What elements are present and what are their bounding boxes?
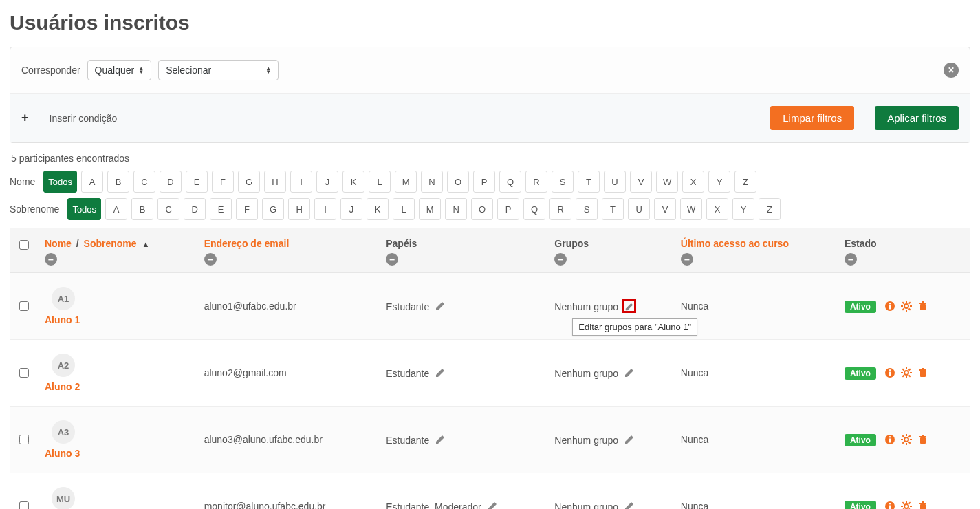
- alpha-chip-all[interactable]: Todos: [67, 198, 101, 220]
- alpha-chip-letter[interactable]: W: [680, 198, 702, 220]
- alpha-chip-letter[interactable]: R: [549, 198, 571, 220]
- alpha-chip-letter[interactable]: N: [445, 198, 467, 220]
- alpha-chip-letter[interactable]: P: [497, 198, 519, 220]
- row-checkbox[interactable]: [19, 368, 29, 378]
- alpha-chip-letter[interactable]: U: [604, 171, 626, 193]
- info-icon[interactable]: [884, 501, 895, 509]
- alpha-chip-letter[interactable]: G: [262, 198, 284, 220]
- alpha-chip-letter[interactable]: K: [367, 198, 389, 220]
- user-name-link[interactable]: Aluno 1: [45, 314, 190, 325]
- trash-icon[interactable]: [917, 301, 928, 312]
- alpha-chip-letter[interactable]: O: [471, 198, 493, 220]
- alpha-chip-letter[interactable]: X: [706, 198, 728, 220]
- clear-filters-button[interactable]: Limpar filtros: [770, 106, 854, 130]
- info-icon[interactable]: [884, 301, 895, 312]
- alpha-chip-all[interactable]: Todos: [43, 171, 77, 193]
- alpha-chip-letter[interactable]: F: [236, 198, 258, 220]
- pencil-icon[interactable]: [624, 501, 635, 510]
- pencil-icon[interactable]: [624, 301, 635, 312]
- alpha-chip-letter[interactable]: T: [602, 198, 624, 220]
- alpha-chip-letter[interactable]: B: [131, 198, 153, 220]
- trash-icon[interactable]: [917, 434, 928, 445]
- alpha-chip-letter[interactable]: Y: [708, 171, 730, 193]
- row-checkbox[interactable]: [19, 435, 29, 444]
- alpha-chip-letter[interactable]: U: [628, 198, 650, 220]
- alpha-chip-letter[interactable]: B: [107, 171, 129, 193]
- apply-filters-button[interactable]: Aplicar filtros: [875, 106, 959, 130]
- pencil-icon[interactable]: [487, 501, 498, 510]
- info-icon[interactable]: [884, 434, 895, 445]
- alpha-chip-letter[interactable]: A: [81, 171, 103, 193]
- user-name-link[interactable]: Aluno 3: [45, 448, 190, 459]
- alpha-chip-letter[interactable]: P: [473, 171, 495, 193]
- gear-icon[interactable]: [901, 367, 912, 378]
- remove-filter-icon[interactable]: [944, 63, 959, 78]
- gear-icon[interactable]: [901, 301, 912, 312]
- alpha-chip-letter[interactable]: D: [184, 198, 206, 220]
- row-checkbox[interactable]: [19, 301, 29, 311]
- alpha-chip-letter[interactable]: C: [133, 171, 155, 193]
- alpha-chip-letter[interactable]: G: [238, 171, 260, 193]
- alpha-chip-letter[interactable]: A: [105, 198, 127, 220]
- collapse-col-icon[interactable]: [845, 253, 857, 266]
- trash-icon[interactable]: [917, 367, 928, 378]
- alpha-chip-letter[interactable]: J: [340, 198, 362, 220]
- sort-surname-link[interactable]: Sobrenome: [84, 238, 137, 249]
- alpha-chip-letter[interactable]: Z: [759, 198, 781, 220]
- alpha-chip-letter[interactable]: Q: [499, 171, 521, 193]
- insert-condition-label[interactable]: Inserir condição: [50, 113, 118, 124]
- plus-icon[interactable]: +: [21, 111, 29, 125]
- alpha-chip-letter[interactable]: W: [656, 171, 678, 193]
- pencil-icon[interactable]: [435, 367, 446, 378]
- alpha-chip-letter[interactable]: I: [314, 198, 336, 220]
- alpha-chip-letter[interactable]: N: [421, 171, 443, 193]
- alpha-chip-letter[interactable]: V: [654, 198, 676, 220]
- collapse-col-icon[interactable]: [554, 253, 567, 266]
- alpha-chip-letter[interactable]: K: [342, 171, 364, 193]
- alpha-chip-letter[interactable]: Q: [523, 198, 545, 220]
- alpha-chip-letter[interactable]: X: [682, 171, 704, 193]
- alpha-chip-letter[interactable]: S: [552, 171, 574, 193]
- collapse-col-icon[interactable]: [204, 253, 217, 266]
- alpha-chip-letter[interactable]: I: [290, 171, 312, 193]
- collapse-col-icon[interactable]: [386, 253, 398, 266]
- alpha-chip-letter[interactable]: R: [525, 171, 547, 193]
- gear-icon[interactable]: [901, 501, 912, 509]
- user-name-link[interactable]: Aluno 2: [45, 381, 190, 392]
- alpha-chip-letter[interactable]: J: [316, 171, 338, 193]
- sort-last-access-link[interactable]: Último acesso ao curso: [681, 238, 789, 249]
- field-select[interactable]: Selecionar ▲▼: [158, 60, 279, 80]
- alpha-chip-letter[interactable]: E: [210, 198, 232, 220]
- alpha-chip-letter[interactable]: L: [393, 198, 415, 220]
- pencil-icon[interactable]: [435, 301, 446, 312]
- sort-email-link[interactable]: Endereço de email: [204, 238, 290, 249]
- alpha-chip-letter[interactable]: H: [264, 171, 286, 193]
- select-all-checkbox[interactable]: [19, 240, 29, 250]
- gear-icon[interactable]: [901, 434, 912, 445]
- alpha-chip-letter[interactable]: T: [578, 171, 600, 193]
- alpha-chip-letter[interactable]: S: [576, 198, 598, 220]
- pencil-icon[interactable]: [624, 434, 635, 445]
- alpha-chip-letter[interactable]: V: [630, 171, 652, 193]
- alpha-chip-letter[interactable]: F: [212, 171, 234, 193]
- alpha-chip-letter[interactable]: M: [419, 198, 441, 220]
- alpha-chip-letter[interactable]: D: [160, 171, 182, 193]
- collapse-col-icon[interactable]: [45, 253, 57, 266]
- info-icon[interactable]: [884, 367, 895, 378]
- alpha-chip-letter[interactable]: E: [186, 171, 208, 193]
- pencil-icon[interactable]: [435, 434, 446, 445]
- alpha-chip-letter[interactable]: Z: [734, 171, 756, 193]
- sort-name-link[interactable]: Nome: [45, 238, 72, 249]
- alpha-chip-letter[interactable]: O: [447, 171, 469, 193]
- pencil-icon[interactable]: [624, 367, 635, 378]
- roles-value: Estudante: [386, 368, 429, 379]
- alpha-chip-letter[interactable]: L: [369, 171, 391, 193]
- alpha-chip-letter[interactable]: Y: [732, 198, 754, 220]
- trash-icon[interactable]: [917, 501, 928, 509]
- alpha-chip-letter[interactable]: M: [395, 171, 417, 193]
- alpha-chip-letter[interactable]: H: [288, 198, 310, 220]
- collapse-col-icon[interactable]: [681, 253, 693, 266]
- row-checkbox[interactable]: [19, 501, 29, 509]
- alpha-chip-letter[interactable]: C: [157, 198, 179, 220]
- match-select[interactable]: Qualquer ▲▼: [87, 60, 152, 80]
